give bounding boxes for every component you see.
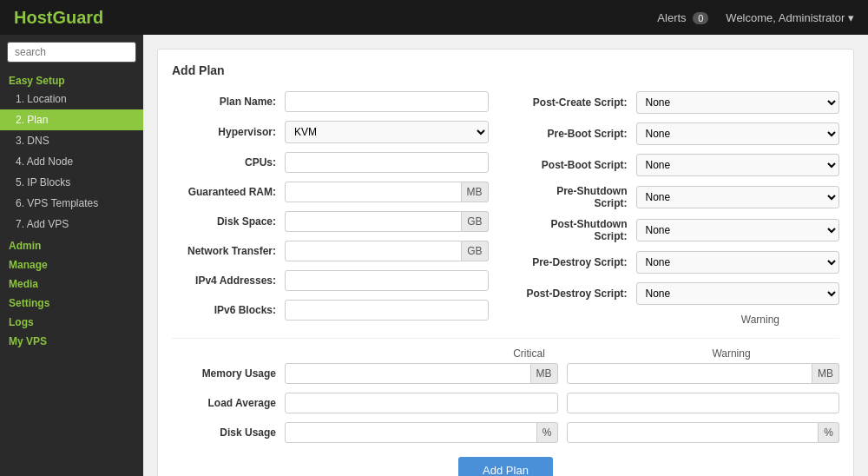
memory-usage-label: Memory Usage [172, 367, 285, 380]
sidebar-section-my-vps[interactable]: My VPS [0, 330, 143, 349]
post-destroy-script-row: Post-Destroy Script: None [523, 282, 840, 305]
disk-space-input-wrap: GB [285, 211, 489, 232]
hypervisor-row: Hypervisor: KVM OpenVZ XEN [172, 121, 489, 143]
pre-boot-script-row: Pre-Boot Script: None [523, 122, 840, 145]
memory-usage-critical-input[interactable] [285, 363, 531, 384]
pre-destroy-script-wrap: None [636, 251, 840, 274]
disk-usage-critical-wrap: % [285, 422, 558, 443]
plan-name-label: Plan Name: [172, 96, 285, 108]
alerts-label: Alerts 0 [657, 11, 708, 24]
disk-usage-warning-wrap: % [567, 422, 840, 443]
logo: HostGuard [14, 8, 103, 28]
cpus-label: CPUs: [172, 156, 285, 169]
sidebar-section-easy-setup: Easy Setup [0, 69, 143, 89]
ipv4-label: IPv4 Addresses: [172, 274, 285, 287]
memory-usage-warning-input[interactable] [567, 363, 813, 384]
disk-usage-inputs: % % [285, 422, 839, 443]
pre-shutdown-script-select[interactable]: None [636, 186, 840, 208]
guaranteed-ram-row: Guaranteed RAM: MB [172, 182, 489, 202]
pre-shutdown-script-label: Pre-Shutdown Script: [523, 185, 636, 209]
post-destroy-script-wrap: None [636, 282, 840, 305]
disk-usage-critical-suffix: % [537, 422, 558, 443]
memory-usage-row: Memory Usage MB MB [172, 363, 839, 384]
layout: Easy Setup 1. Location 2. Plan 3. DNS 4.… [0, 35, 868, 476]
welcome-dropdown[interactable]: Welcome, Administrator [726, 11, 854, 24]
ipv4-input-wrap [285, 270, 489, 291]
ipv6-input-wrap [285, 300, 489, 321]
post-boot-script-row: Post-Boot Script: None [523, 154, 840, 176]
sidebar-item-plan[interactable]: 2. Plan [0, 109, 143, 130]
pre-destroy-script-label: Pre-Destroy Script: [523, 256, 636, 268]
network-transfer-input[interactable] [285, 241, 462, 261]
load-average-critical-wrap [285, 393, 558, 413]
warning-header-label: Warning [681, 314, 839, 326]
pre-destroy-script-row: Pre-Destroy Script: None [523, 251, 840, 274]
post-create-script-select[interactable]: None [636, 91, 840, 114]
load-average-warning-input[interactable] [567, 393, 840, 413]
guaranteed-ram-suffix: MB [462, 182, 489, 202]
sidebar-section-media[interactable]: Media [0, 273, 143, 292]
sidebar-item-vps-templates[interactable]: 6. VPS Templates [0, 193, 143, 214]
pre-destroy-script-select[interactable]: None [636, 251, 840, 274]
header-right: Alerts 0 Welcome, Administrator [657, 11, 854, 24]
memory-usage-warning-suffix: MB [812, 363, 839, 384]
sidebar-item-dns[interactable]: 3. DNS [0, 130, 143, 151]
post-boot-script-label: Post-Boot Script: [523, 159, 636, 171]
sidebar-item-ip-blocks[interactable]: 5. IP Blocks [0, 172, 143, 193]
sidebar-section-manage[interactable]: Manage [0, 254, 143, 273]
search-input[interactable] [7, 42, 136, 63]
disk-usage-critical-input[interactable] [285, 422, 537, 443]
pre-boot-script-select[interactable]: None [636, 122, 840, 145]
sidebar-section-admin[interactable]: Admin [0, 235, 143, 254]
hypervisor-select[interactable]: KVM OpenVZ XEN [285, 121, 489, 143]
post-destroy-script-label: Post-Destroy Script: [523, 288, 636, 300]
header: HostGuard Alerts 0 Welcome, Administrato… [0, 0, 868, 35]
network-transfer-suffix: GB [462, 241, 488, 261]
network-transfer-label: Network Transfer: [172, 245, 285, 257]
memory-usage-critical-suffix: MB [531, 363, 558, 384]
pre-boot-script-wrap: None [636, 122, 840, 145]
plan-name-input[interactable] [285, 91, 489, 112]
cpus-input-wrap [285, 152, 489, 173]
guaranteed-ram-input-wrap: MB [285, 182, 489, 202]
alerts-badge: 0 [693, 12, 708, 24]
form-right-col: Post-Create Script: None Pre-Boot Script… [523, 91, 840, 329]
plan-name-row: Plan Name: [172, 91, 489, 112]
cpus-row: CPUs: [172, 152, 489, 173]
post-create-script-label: Post-Create Script: [523, 96, 636, 109]
warning-header: Warning [630, 347, 839, 360]
disk-space-input[interactable] [285, 211, 462, 232]
post-shutdown-script-label: Post-Shutdown Script: [523, 218, 636, 242]
post-create-script-row: Post-Create Script: None [523, 91, 840, 114]
disk-space-suffix: GB [462, 211, 488, 232]
post-shutdown-script-row: Post-Shutdown Script: None [523, 218, 840, 242]
sidebar-item-location[interactable]: 1. Location [0, 89, 143, 109]
ipv6-label: IPv6 Blocks: [172, 304, 285, 316]
sidebar: Easy Setup 1. Location 2. Plan 3. DNS 4.… [0, 35, 143, 476]
post-destroy-script-select[interactable]: None [636, 282, 840, 305]
sidebar-section-logs[interactable]: Logs [0, 311, 143, 330]
ipv6-input[interactable] [285, 300, 489, 321]
post-create-script-wrap: None [636, 91, 840, 114]
pre-shutdown-script-row: Pre-Shutdown Script: None [523, 185, 840, 209]
post-shutdown-script-select[interactable]: None [636, 219, 840, 241]
sidebar-item-add-node[interactable]: 4. Add Node [0, 151, 143, 172]
guaranteed-ram-input[interactable] [285, 182, 462, 202]
form-grid: Plan Name: Hypervisor: KVM OpenVZ XEN [172, 91, 839, 329]
add-plan-button[interactable]: Add Plan [458, 457, 553, 476]
network-transfer-row: Network Transfer: GB [172, 241, 489, 261]
disk-usage-warning-suffix: % [819, 422, 839, 443]
pre-shutdown-script-wrap: None [636, 186, 840, 208]
ipv4-input[interactable] [285, 270, 489, 291]
panel-title: Add Plan [172, 63, 839, 77]
load-average-critical-input[interactable] [285, 393, 558, 413]
memory-usage-inputs: MB MB [285, 363, 839, 384]
ipv4-row: IPv4 Addresses: [172, 270, 489, 291]
disk-usage-warning-input[interactable] [567, 422, 819, 443]
panel: Add Plan Plan Name: Hypervisor: [157, 49, 854, 476]
post-boot-script-wrap: None [636, 154, 840, 176]
cpus-input[interactable] [285, 152, 489, 173]
sidebar-item-add-vps[interactable]: 7. Add VPS [0, 214, 143, 235]
sidebar-section-settings[interactable]: Settings [0, 292, 143, 311]
post-boot-script-select[interactable]: None [636, 154, 840, 176]
